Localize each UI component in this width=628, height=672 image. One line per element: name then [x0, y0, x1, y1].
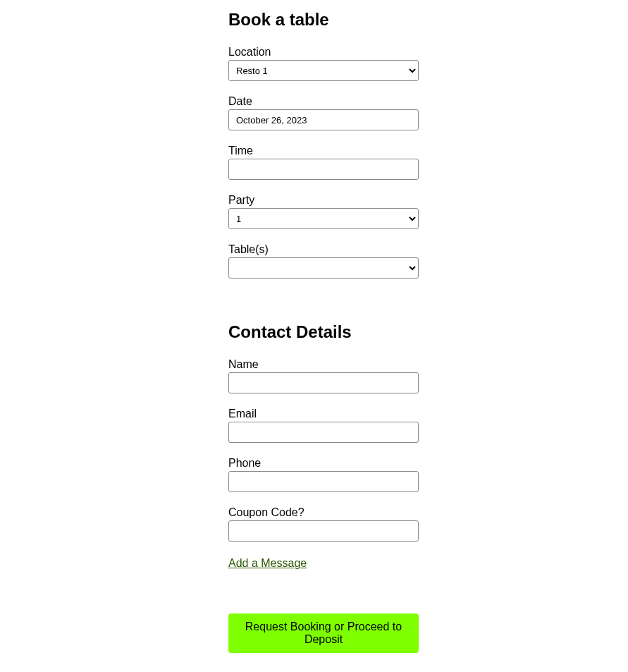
add-message-link[interactable]: Add a Message [228, 557, 307, 570]
coupon-label: Coupon Code? [228, 506, 419, 519]
date-label: Date [228, 95, 419, 108]
tables-select[interactable] [228, 257, 419, 279]
email-input[interactable] [228, 422, 419, 443]
location-label: Location [228, 46, 419, 59]
tables-label: Table(s) [228, 243, 419, 256]
party-label: Party [228, 194, 419, 207]
book-table-heading: Book a table [228, 8, 419, 30]
email-label: Email [228, 408, 419, 420]
coupon-input[interactable] [228, 520, 419, 542]
date-input[interactable] [228, 109, 419, 130]
contact-details-heading: Contact Details [228, 321, 419, 343]
time-input[interactable] [228, 159, 419, 180]
name-label: Name [228, 358, 419, 371]
time-label: Time [228, 145, 419, 157]
request-booking-button[interactable]: Request Booking or Proceed to Deposit [228, 613, 419, 653]
location-select[interactable]: Resto 1 [228, 60, 419, 81]
phone-input[interactable] [228, 471, 419, 492]
party-select[interactable]: 1 [228, 208, 419, 229]
phone-label: Phone [228, 457, 419, 470]
name-input[interactable] [228, 372, 419, 393]
